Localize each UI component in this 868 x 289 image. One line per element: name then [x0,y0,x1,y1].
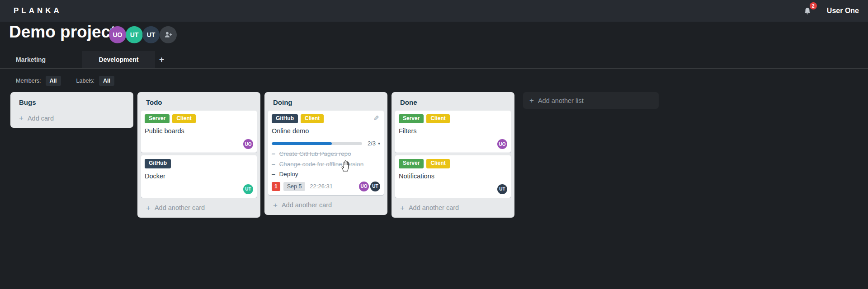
add-list-label: Add another list [538,97,584,104]
labels-filter-value[interactable]: All [99,76,114,86]
add-card-button[interactable]: +Add card [14,111,130,124]
card[interactable]: GitHubClient✎Online demo2/3▾Create GitHu… [268,111,384,195]
task-item: Deploy [272,169,380,179]
task-progress: 2/3▾ [272,140,380,147]
label-row: GitHubClient [272,114,380,123]
add-card-label: Add another card [409,204,459,211]
plus-icon: + [529,97,534,104]
list-name[interactable]: Done [395,96,511,111]
list-container: Bugs+Add cardTodoServerClientPublic boar… [10,92,519,218]
card-title: Docker [145,172,253,180]
card-title: Filters [399,127,507,135]
plus-icon: + [19,114,24,122]
due-date-badge[interactable]: Sep 5 [283,182,306,191]
member-avatar: UT [243,184,253,194]
card-footer: UO [399,137,507,149]
card-title: Notifications [399,172,507,180]
card-label: Client [172,114,195,123]
add-card-label: Add another card [155,204,205,211]
card[interactable]: ServerClientPublic boardsUO [141,111,257,153]
task-item: Change code for offline version [272,159,380,169]
card-footer: UT [145,182,253,194]
list-name[interactable]: Todo [141,96,257,111]
card-footer: 1Sep 522:26:31UOUT [272,179,380,191]
card-title: Public boards [145,127,253,135]
card-footer: UT [399,182,507,194]
member-avatar: UO [497,139,507,149]
add-card-button[interactable]: +Add another card [141,200,257,214]
members-filter-value[interactable]: All [46,76,61,86]
card-member-group: UT [497,184,507,194]
caret-down-icon[interactable]: ▾ [378,141,380,146]
card-member-group: UOUT [359,182,380,191]
list-name[interactable]: Doing [268,96,384,111]
card-label: Server [399,159,424,168]
project-title[interactable]: Demo project [9,23,116,42]
card-stack: ServerClientPublic boardsUOGitHubDockerU… [141,111,257,198]
card-stack: GitHubClient✎Online demo2/3▾Create GitHu… [268,111,384,195]
card-label: Server [145,114,170,123]
add-card-label: Add card [28,115,54,122]
list: DoneServerClientFiltersUOServerClientNot… [392,92,514,218]
board-tabs: Marketing Development + [0,51,868,69]
label-row: ServerClient [145,114,253,123]
card-stack: ServerClientFiltersUOServerClientNotific… [395,111,511,198]
card-label: Client [301,114,324,123]
member-avatar[interactable]: UT [142,26,160,43]
labels-filter-label: Labels: [76,78,94,84]
edit-card-button[interactable]: ✎ [373,114,379,122]
project-members: UO UT UT [109,26,177,43]
card-label: Server [399,114,424,123]
label-row: GitHub [145,159,253,168]
planka-app: { "topbar": { "logo": "PLANKA", "notific… [0,0,868,289]
progress-track [272,142,362,145]
plus-icon: + [146,204,151,212]
planka-logo[interactable]: PLANKA [14,6,62,15]
board: Bugs+Add cardTodoServerClientPublic boar… [10,92,868,218]
member-avatar: UO [359,182,369,191]
list: Bugs+Add card [10,92,133,128]
member-avatar[interactable]: UT [126,26,143,43]
members-filter-label: Members: [16,78,41,84]
member-avatar[interactable]: UO [109,26,126,43]
list: TodoServerClientPublic boardsUOGitHubDoc… [137,92,260,218]
notification-count-badge: 2 [810,2,817,9]
list: DoingGitHubClient✎Online demo2/3▾Create … [264,92,387,215]
plus-icon: + [273,201,278,209]
plus-icon: + [400,204,405,212]
card[interactable]: ServerClientFiltersUO [395,111,511,153]
add-member-button[interactable] [160,26,177,43]
user-menu[interactable]: User One [827,7,859,15]
notifications-button[interactable]: 2 [802,5,813,16]
card-member-group: UO [243,139,253,149]
add-list-button[interactable]: + Add another list [523,92,659,109]
card-label: Client [426,114,449,123]
member-avatar: UO [243,139,253,149]
add-card-label: Add another card [282,201,332,209]
card-footer: UO [145,137,253,149]
card[interactable]: GitHubDockerUT [141,155,257,197]
card-member-group: UT [243,184,253,194]
card-label: GitHub [272,114,298,123]
card-member-group: UO [497,139,507,149]
timer-badge[interactable]: 22:26:31 [310,183,333,190]
add-board-button[interactable]: + [159,51,164,68]
task-item: Create GitHub Pages repo [272,149,380,159]
topbar-right: 2 User One [802,5,859,16]
add-card-button[interactable]: +Add another card [395,200,511,214]
board-tab-marketing[interactable]: Marketing [16,51,46,68]
task-list: Create GitHub Pages repoChange code for … [272,149,380,179]
card-label: Client [426,159,449,168]
filter-bar: Members: All Labels: All [16,74,114,88]
add-card-button[interactable]: +Add another card [268,198,384,211]
card-notification-badge: 1 [272,182,280,191]
progress-count: 2/3 [368,140,376,147]
top-bar: PLANKA 2 User One [0,0,868,22]
list-name[interactable]: Bugs [14,96,130,111]
card[interactable]: ServerClientNotificationsUT [395,155,511,197]
card-label: GitHub [145,159,171,168]
member-avatar: UT [497,184,507,194]
label-row: ServerClient [399,114,507,123]
card-title: Online demo [272,127,380,135]
board-tab-development[interactable]: Development [82,51,155,68]
